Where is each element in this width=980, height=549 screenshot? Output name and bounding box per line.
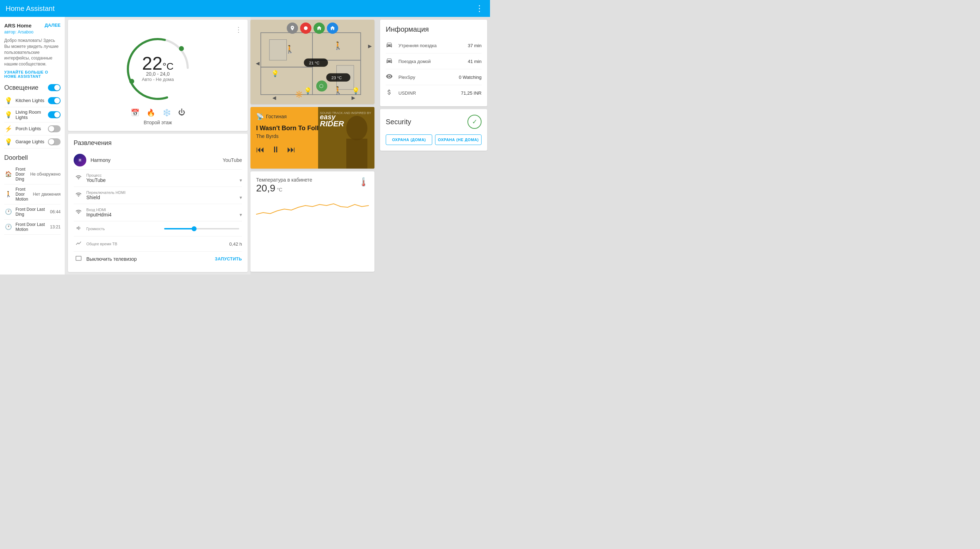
hdmi-input-select[interactable]: InputHdmi4 ▾ [86, 212, 242, 217]
harmony-logo: H [74, 154, 86, 167]
svg-text:⬡: ⬡ [319, 83, 323, 89]
thermostat-range: 20,0 - 24,0 [142, 71, 173, 77]
svg-point-2 [129, 79, 134, 84]
thermostat-menu-icon[interactable]: ⋮ [235, 25, 242, 34]
power-icon[interactable]: ⏻ [178, 108, 185, 117]
home-floorplan-icon[interactable] [313, 22, 325, 34]
right-content: ◄ ► ▲ ◄ ► 🚶 🚶 🚶 💡 💡 💡 [250, 17, 377, 274]
process-select[interactable]: YouTube ▾ [86, 178, 242, 183]
door-motion-icon: 🚶 [4, 191, 13, 197]
harmony-activity: YouTube [223, 157, 242, 163]
thermometer-icon: 🌡️ [358, 177, 369, 187]
porch-light-name: Porch Lights [16, 126, 48, 131]
volume-row: Громкость [74, 221, 242, 236]
last-ding-value: 06:44 [50, 209, 60, 214]
turnoff-tv-row: Выключить телевизор ЗАПУСТИТЬ [74, 252, 242, 267]
porch-light-toggle[interactable] [48, 125, 60, 132]
entertainment-card: Развлечения H Harmony YouTube Процесс Yo… [68, 134, 248, 272]
learn-more-link[interactable]: УЗНАЙТЕ БОЛЬШЕ О HOME ASSISTANT [4, 70, 60, 78]
turnoff-label: Выключить телевизор [86, 256, 215, 262]
plexspy-name: PlexSpy [398, 75, 459, 80]
heat-icon[interactable]: 🔥 [146, 108, 155, 117]
harmony-row: H Harmony YouTube [74, 151, 242, 170]
lighting-master-toggle[interactable] [48, 84, 60, 91]
info-card: Информация Утренняя поездка 37 min Поезд… [380, 20, 487, 106]
garage-light-icon: 💡 [4, 138, 13, 146]
arrow-left-icon: ◄ [255, 60, 261, 67]
volume-thumb[interactable] [192, 226, 197, 231]
hdmi-input-icon [74, 209, 83, 216]
header-menu-icon[interactable]: ⋮ [475, 3, 484, 13]
arrow-right-icon: ► [367, 43, 373, 50]
temp-chart-header: Температура в кабинете 20,9 °C 🌡️ [256, 177, 369, 194]
music-room-name: Гостиная [266, 114, 287, 119]
house-icon[interactable] [327, 22, 338, 34]
security-title: Security [386, 118, 411, 126]
thermostat-current-temp: 22°C [142, 53, 173, 73]
door-motion-value: Нет движения [33, 192, 60, 197]
tv-time-row: Общее время ТВ 0,42 h [74, 236, 242, 252]
ars-home-author[interactable]: автор: Arsaboo [4, 30, 33, 35]
svg-text:23 °C: 23 °C [331, 75, 342, 80]
temperature-chart-card: Температура в кабинете 20,9 °C 🌡️ [250, 171, 374, 272]
process-content: Процесс YouTube ▾ [86, 173, 242, 183]
living-light-icon: 💡 [4, 111, 13, 119]
light-item-kitchen: 💡 Kitchen Lights [4, 94, 60, 107]
hdmi-switch-icon [74, 192, 83, 199]
volume-icon [74, 225, 83, 233]
music-prev-button[interactable]: ⏮ [256, 144, 264, 154]
garage-light-toggle[interactable] [48, 138, 60, 145]
dollar-icon [386, 89, 396, 97]
arrow-down-right-icon: ► [350, 94, 356, 102]
last-motion-icon: 🕐 [4, 224, 13, 230]
usdinr-value: 71,25 INR [461, 90, 482, 96]
location-icon[interactable] [287, 22, 298, 34]
doorbell-item-last-ding: 🕐 Front Door Last Ding 06:44 [4, 205, 60, 220]
svg-text:💡: 💡 [304, 87, 312, 95]
door-motion-name: Front Door Motion [16, 187, 33, 202]
music-next-button[interactable]: ⏭ [287, 144, 296, 154]
color-wheel-icon[interactable] [300, 22, 312, 34]
svg-text:🚶: 🚶 [333, 86, 343, 95]
security-home-button[interactable]: ОХРАНА (ДОМА) [386, 135, 432, 145]
hdmi-switch-select[interactable]: Shield ▾ [86, 195, 242, 200]
schedule-icon[interactable]: 📅 [131, 108, 140, 117]
home-car-icon [386, 57, 396, 65]
last-motion-name: Front Door Last Motion [16, 222, 50, 232]
hdmi-input-content: Вход HDMI InputHdmi4 ▾ [86, 208, 242, 217]
volume-content: Громкость [86, 227, 161, 231]
entertainment-title: Развлечения [74, 140, 242, 147]
process-value: YouTube [86, 178, 106, 183]
morning-trip-value: 37 min [468, 43, 482, 48]
doorbell-item-ding: 🏠 Front Door Ding Не обнаружено [4, 164, 60, 184]
security-status-icon: ✓ [468, 115, 482, 129]
launch-button[interactable]: ЗАПУСТИТЬ [215, 257, 242, 262]
temperature-chart-area [256, 197, 369, 218]
volume-slider[interactable] [164, 228, 239, 230]
thermostat-temp-display: 22°C 20,0 - 24,0 Авто - Не дома [142, 53, 173, 82]
music-pause-button[interactable]: ⏸ [272, 144, 280, 154]
living-light-toggle[interactable] [48, 111, 60, 118]
tv-time-value: 0,42 h [229, 241, 242, 247]
info-row-usd: USDINR 71,25 INR [386, 85, 482, 101]
temp-chart-value-display: 20,9 °C [256, 182, 312, 194]
arrow-down-left-icon: ◄ [271, 94, 277, 102]
kitchen-light-toggle[interactable] [48, 97, 60, 104]
info-row-home: Поездка домой 41 min [386, 54, 482, 69]
svg-text:RIDER: RIDER [320, 119, 344, 128]
volume-label: Громкость [86, 227, 161, 231]
security-away-button[interactable]: ОХРАНА (НЕ ДОМА) [435, 135, 482, 145]
process-row: Процесс YouTube ▾ [74, 170, 242, 187]
svg-text:21 °C: 21 °C [309, 60, 320, 65]
usdinr-name: USDINR [398, 90, 461, 96]
music-player-card: 📡 Гостиная I Wasn't Born To Follow The B… [250, 107, 374, 168]
thermostat-mode: Авто - Не дома [142, 77, 173, 82]
light-item-garage: 💡 Garage Lights [4, 135, 60, 149]
dalee-button[interactable]: ДАЛЕЕ [45, 22, 60, 28]
hdmi-switch-content: Переключатель HDMI Shield ▾ [86, 190, 242, 200]
middle-panels: ⋮ 22°C 20,0 - 24,0 Авто - Не дома [65, 17, 250, 274]
harmony-name: Harmony [91, 157, 223, 163]
cool-icon[interactable]: ❄️ [162, 108, 171, 117]
light-item-porch: ⚡ Porch Lights [4, 122, 60, 135]
app-title: Home Assistant [6, 5, 55, 13]
